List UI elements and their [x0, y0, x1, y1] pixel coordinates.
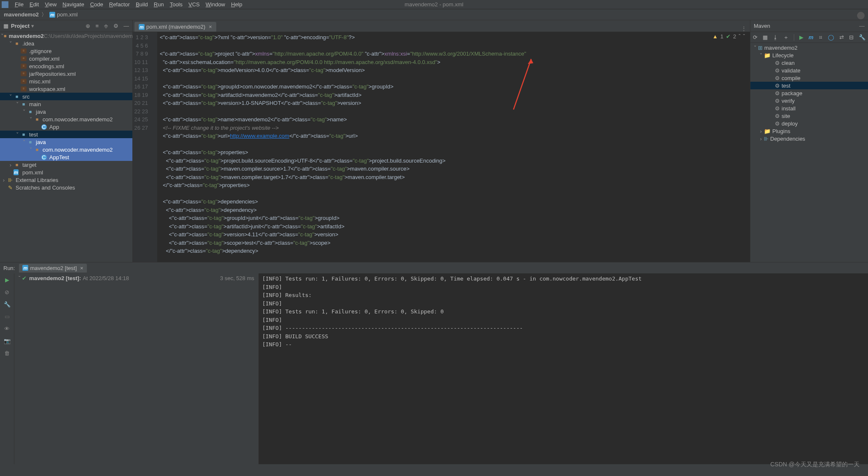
tree-item[interactable]: ≡compiler.xml — [0, 55, 132, 62]
generate-icon[interactable]: ▦ — [763, 34, 768, 40]
maven-item-site[interactable]: ⚙site — [750, 112, 868, 120]
chevron-down-icon[interactable]: ˇ — [743, 33, 745, 40]
chevron-down-icon[interactable]: ˇ — [19, 275, 20, 281]
expand-icon[interactable]: ≑ — [104, 23, 108, 29]
reload-icon[interactable]: ⟳ — [753, 34, 758, 40]
menu-file[interactable]: File — [12, 1, 27, 8]
maven-tool-window: Maven — ⟳ ▦ ⭳ ＋ ▶ m ⌗ ◯ ⇄ ⊟ 🔧 ˅⊞mavendem… — [750, 20, 868, 262]
tree-item[interactable]: ›■target — [0, 161, 132, 168]
maven-item-test[interactable]: ⚙test — [750, 82, 868, 89]
menu-vcs[interactable]: VCS — [185, 1, 203, 8]
chevron-up-icon[interactable]: ˆ — [739, 33, 740, 40]
menu-refactor[interactable]: Refactor — [106, 1, 133, 8]
download-icon[interactable]: ⭳ — [773, 34, 778, 40]
menu-help[interactable]: Help — [228, 1, 245, 8]
menu-tools[interactable]: Tools — [167, 1, 185, 8]
close-icon[interactable]: × — [209, 24, 212, 30]
project-tree[interactable]: ˅■mavendemo2 C:\Users\liu\IdeaProjects\m… — [0, 32, 132, 262]
tree-item[interactable]: ≡jarRepositories.xml — [0, 70, 132, 78]
run-tab[interactable]: m mavendemo2 [test] × — [19, 264, 86, 273]
crumb-file[interactable]: mpom.xml — [48, 11, 79, 18]
maven-item-plugins[interactable]: ›📁Plugins — [750, 127, 868, 135]
project-title[interactable]: Project — [11, 23, 30, 29]
menu-build[interactable]: Build — [133, 1, 151, 8]
tree-item[interactable]: ≡encodings.xml — [0, 62, 132, 70]
gear-icon[interactable]: ⚙ — [113, 23, 118, 29]
hide-icon[interactable]: — — [124, 23, 129, 29]
maven-item-install[interactable]: ⚙install — [750, 104, 868, 112]
maven-icon: m — [22, 265, 28, 271]
tree-item[interactable]: ˅■com.nowcoder.mavendemo2 — [0, 146, 132, 153]
tree-item[interactable]: ˅■src — [0, 93, 132, 100]
wrench-icon[interactable]: 🔧 — [4, 301, 11, 308]
tree-item[interactable]: ˅■.idea — [0, 40, 132, 47]
pin-icon[interactable]: 👁 — [4, 326, 10, 332]
maven-item-clean[interactable]: ⚙clean — [750, 59, 868, 67]
locate-icon[interactable]: ⊕ — [86, 23, 90, 29]
run-label: Run: — [3, 265, 15, 271]
run-icon[interactable]: ▶ — [799, 34, 804, 40]
trash-icon[interactable]: 🗑 — [4, 350, 10, 356]
tree-item[interactable]: ˅■mavendemo2 C:\Users\liu\IdeaProjects\m… — [0, 32, 132, 40]
inspection-hints[interactable]: ▲1 ✔2 ˆ ˇ — [712, 33, 745, 40]
skip-tests-icon[interactable]: ⌗ — [819, 34, 823, 41]
tree-item[interactable]: ›⊪External Libraries — [0, 176, 132, 184]
tree-item[interactable]: ˅■com.nowcoder.mavendemo2 — [0, 115, 132, 123]
stop-icon[interactable]: ⊘ — [5, 289, 9, 295]
tree-item[interactable]: ˅■test — [0, 131, 132, 138]
maven-item-deploy[interactable]: ⚙deploy — [750, 120, 868, 127]
project-selector-icon[interactable]: ▦ — [3, 23, 8, 29]
tree-item[interactable]: ˅■java — [0, 108, 132, 115]
maven-item-mavendemo2[interactable]: ˅⊞mavendemo2 — [750, 44, 868, 51]
tree-item[interactable]: ˅■main — [0, 100, 132, 108]
line-gutter[interactable]: 1 2 3 4 5 6 7 8 9 10 11 12 13 14 15 16 1… — [133, 32, 151, 262]
collapse-icon[interactable]: ≡ — [95, 23, 99, 29]
tree-item[interactable]: ✎Scratches and Consoles — [0, 184, 132, 191]
tree-item[interactable]: CAppTest — [0, 153, 132, 161]
chevron-down-icon[interactable]: ▾ — [31, 23, 34, 29]
rerun-icon[interactable]: ▶ — [5, 277, 9, 283]
menu-view[interactable]: View — [42, 1, 59, 8]
crumb-root[interactable]: mavendemo2 — [3, 11, 40, 18]
maven-m-icon[interactable]: m — [809, 34, 814, 40]
maven-item-lifecycle[interactable]: ˅📁Lifecycle — [750, 51, 868, 59]
watermark: CSDN @今天又是充满希望的一天 — [770, 461, 860, 468]
menu-window[interactable]: Window — [203, 1, 228, 8]
hide-icon[interactable]: — — [859, 23, 865, 29]
menu-edit[interactable]: Edit — [27, 1, 42, 8]
maven-item-dependencies[interactable]: ›⊪Dependencies — [750, 135, 868, 142]
camera-icon[interactable]: 📷 — [4, 338, 11, 344]
menu-navigate[interactable]: Navigate — [59, 1, 87, 8]
tree-item[interactable]: mpom.xml — [0, 168, 132, 176]
layout-icon[interactable]: ▭ — [5, 313, 10, 320]
app-logo — [2, 1, 8, 8]
avatar[interactable] — [857, 12, 865, 19]
maven-item-validate[interactable]: ⚙validate — [750, 67, 868, 74]
offline-icon[interactable]: ◯ — [828, 34, 834, 40]
editor-tab[interactable]: m pom.xml (mavendemo2) × — [134, 22, 216, 32]
tree-item[interactable]: ≡workspace.xml — [0, 85, 132, 93]
code-text[interactable]: <"c-attr">class="c-tag">?xml "c-attr">ve… — [157, 32, 750, 262]
fold-gutter[interactable] — [151, 32, 157, 262]
run-test-tree[interactable]: ˇ ✔ mavendemo2 [test]: At 2022/5/28 14:1… — [14, 273, 259, 464]
settings-icon[interactable]: 🔧 — [859, 34, 865, 40]
tree-item[interactable]: ≡misc.xml — [0, 78, 132, 85]
add-icon[interactable]: ＋ — [783, 34, 789, 41]
tree-item[interactable]: ˅■java — [0, 138, 132, 146]
menu-run[interactable]: Run — [151, 1, 167, 8]
maven-item-package[interactable]: ⚙package — [750, 89, 868, 97]
tree-item[interactable]: CApp — [0, 123, 132, 131]
maven-item-verify[interactable]: ⚙verify — [750, 97, 868, 104]
tab-actions-icon[interactable]: ⋮ — [741, 25, 750, 32]
warning-icon: ▲ — [712, 33, 718, 40]
run-tool-window: Run: m mavendemo2 [test] × ▶ ⊘ 🔧 ▭ 👁 📷 🗑… — [0, 262, 868, 464]
maven-tree[interactable]: ˅⊞mavendemo2˅📁Lifecycle⚙clean⚙validate⚙c… — [750, 43, 868, 142]
menu-code[interactable]: Code — [87, 1, 106, 8]
collapse-all-icon[interactable]: ⊟ — [849, 34, 854, 40]
run-console[interactable]: [INFO] Tests run: 1, Failures: 0, Errors… — [259, 273, 868, 464]
toggle-icon[interactable]: ⇄ — [839, 34, 844, 40]
maven-item-compile[interactable]: ⚙compile — [750, 74, 868, 82]
check-icon: ✔ — [726, 33, 731, 40]
close-icon[interactable]: × — [80, 265, 83, 271]
tree-item[interactable]: ≡.gitignore — [0, 47, 132, 55]
